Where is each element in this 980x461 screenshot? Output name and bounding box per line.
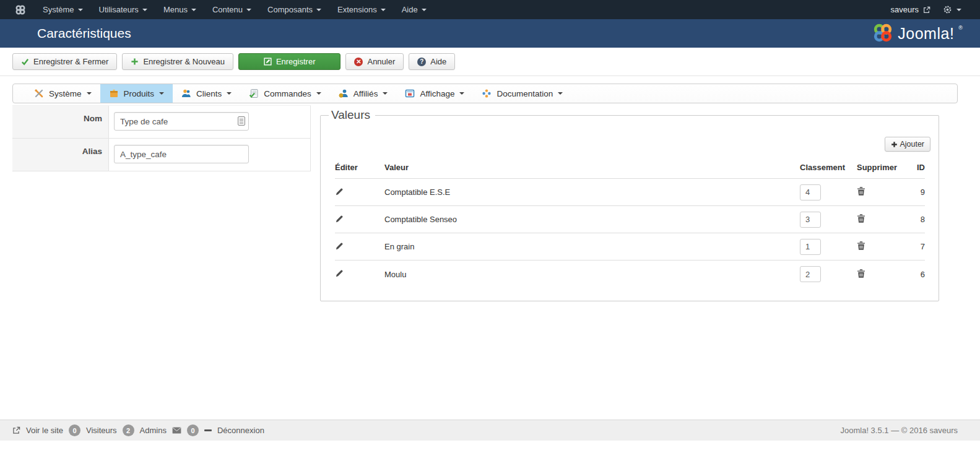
chevron-down-icon: [558, 92, 563, 95]
topnav-item-utilisateurs[interactable]: Utilisateurs: [91, 5, 155, 14]
topnav-label: Système: [43, 5, 74, 14]
value-id: 6: [906, 270, 925, 279]
pencil-icon: [335, 189, 344, 198]
component-menubar: Système Produits: [12, 84, 958, 103]
values-table-header: Éditer Valeur Classement Supprimer ID: [335, 163, 925, 179]
top-menu: Système Utilisateurs Menus Contenu Compo…: [35, 5, 435, 14]
chevron-down-icon: [422, 9, 427, 11]
site-preview-link[interactable]: saveurs: [890, 5, 930, 14]
menubar-label: Documentation: [497, 89, 553, 98]
value-id: 9: [906, 187, 925, 197]
menubar-label: Commandes: [264, 89, 311, 98]
delete-value-button[interactable]: [857, 213, 865, 223]
value-id: 8: [906, 215, 925, 224]
header-editer: Éditer: [335, 163, 384, 172]
button-label: Ajouter: [900, 140, 924, 149]
joomla-icon[interactable]: [15, 4, 26, 15]
topnav-item-systeme[interactable]: Système: [35, 5, 91, 14]
classement-input[interactable]: [800, 212, 821, 228]
button-label: Annuler: [367, 57, 395, 66]
cancel-button[interactable]: ✕ Annuler: [345, 53, 404, 70]
visitors-count-badge[interactable]: 0: [69, 424, 80, 436]
topnav-item-aide[interactable]: Aide: [394, 5, 435, 14]
value-text: Moulu: [384, 270, 800, 279]
logout-link[interactable]: Déconnexion: [217, 426, 264, 435]
site-name: saveurs: [890, 5, 919, 14]
classement-input[interactable]: [800, 266, 821, 282]
edit-value-button[interactable]: [335, 269, 344, 278]
button-label: Enregistrer: [276, 57, 316, 66]
cancel-icon: ✕: [354, 58, 363, 66]
edit-icon: [264, 58, 272, 66]
visitors-link[interactable]: Visiteurs: [86, 426, 117, 435]
topnav-label: Composants: [267, 5, 313, 14]
save-new-button[interactable]: Enregistrer & Nouveau: [122, 53, 233, 70]
chevron-down-icon: [78, 9, 83, 11]
chevron-down-icon: [142, 9, 147, 11]
alias-input[interactable]: [114, 145, 249, 163]
chevron-down-icon: [459, 92, 464, 95]
add-value-button[interactable]: Ajouter: [885, 137, 930, 152]
delete-value-button[interactable]: [857, 269, 865, 278]
chevron-down-icon: [191, 9, 196, 11]
classement-input[interactable]: [800, 239, 821, 255]
topnav-item-extensions[interactable]: Extensions: [329, 5, 394, 14]
documentation-icon: [482, 88, 492, 98]
admins-count-badge[interactable]: 2: [123, 424, 134, 436]
check-icon: [21, 58, 29, 66]
menubar-item-produits[interactable]: Produits: [100, 84, 173, 103]
admins-link[interactable]: Admins: [140, 426, 167, 435]
value-row: En grain 7: [335, 233, 925, 261]
help-button[interactable]: ? Aide: [409, 53, 455, 70]
edit-value-button[interactable]: [335, 241, 344, 251]
menubar-item-clients[interactable]: Clients: [173, 84, 240, 103]
joomla-logo-emblem: [872, 22, 893, 43]
affiliate-icon: [339, 88, 349, 98]
joomla-admin-screen: Système Utilisateurs Menus Contenu Compo…: [0, 0, 980, 461]
menubar-item-affilies[interactable]: Affiliés: [330, 84, 397, 103]
view-site-link[interactable]: Voir le site: [26, 426, 63, 435]
menubar-label: Clients: [196, 89, 222, 98]
delete-value-button[interactable]: [857, 241, 865, 251]
alias-label: Alias: [12, 139, 109, 171]
nom-input[interactable]: [114, 112, 249, 131]
edit-value-button[interactable]: [335, 214, 344, 223]
translate-icon[interactable]: [238, 116, 245, 126]
external-link-icon: [923, 6, 930, 14]
menubar-item-affichage[interactable]: Affichage: [396, 84, 473, 103]
menubar-item-systeme[interactable]: Système: [25, 84, 100, 103]
header-classement: Classement: [800, 163, 857, 172]
menubar-item-documentation[interactable]: Documentation: [473, 84, 571, 103]
valeurs-fieldset: Valeurs Ajouter Éditer Valeur Classement…: [320, 108, 939, 301]
edit-value-button[interactable]: [335, 187, 344, 196]
classement-input[interactable]: [800, 184, 821, 200]
gear-menu[interactable]: [943, 5, 961, 14]
trash-icon: [857, 189, 865, 198]
characteristic-form: Nom Alias: [12, 105, 311, 171]
button-label: Aide: [430, 57, 446, 66]
header-valeur: Valeur: [384, 163, 800, 172]
topnav-item-composants[interactable]: Composants: [259, 5, 329, 14]
pencil-icon: [335, 270, 344, 280]
messages-count-badge[interactable]: 0: [187, 424, 199, 436]
orders-icon: [249, 88, 259, 98]
chevron-down-icon: [159, 92, 164, 95]
topnav-item-menus[interactable]: Menus: [155, 5, 204, 14]
topnav-item-contenu[interactable]: Contenu: [204, 5, 259, 14]
gear-icon: [943, 5, 952, 14]
menubar-item-commandes[interactable]: Commandes: [240, 84, 330, 103]
delete-value-button[interactable]: [857, 186, 865, 196]
joomla-logo: Joomla! ®: [872, 22, 963, 45]
page-header: Caractéristiques Joomla! ®: [0, 19, 980, 48]
save-button[interactable]: Enregistrer: [238, 53, 341, 70]
value-row: Moulu 6: [335, 261, 925, 288]
topnav-label: Extensions: [337, 5, 377, 14]
joomla-logo-text: Joomla!: [898, 22, 954, 45]
value-row: Comptatible Senseo 8: [335, 206, 925, 233]
header-supprimer: Supprimer: [857, 163, 906, 172]
main-content: Nom Alias: [0, 103, 980, 423]
save-close-button[interactable]: Enregistrer & Fermer: [12, 53, 117, 70]
box-icon: [109, 88, 119, 98]
valeurs-legend: Valeurs: [329, 108, 375, 122]
value-text: Comptatible E.S.E: [384, 187, 800, 197]
